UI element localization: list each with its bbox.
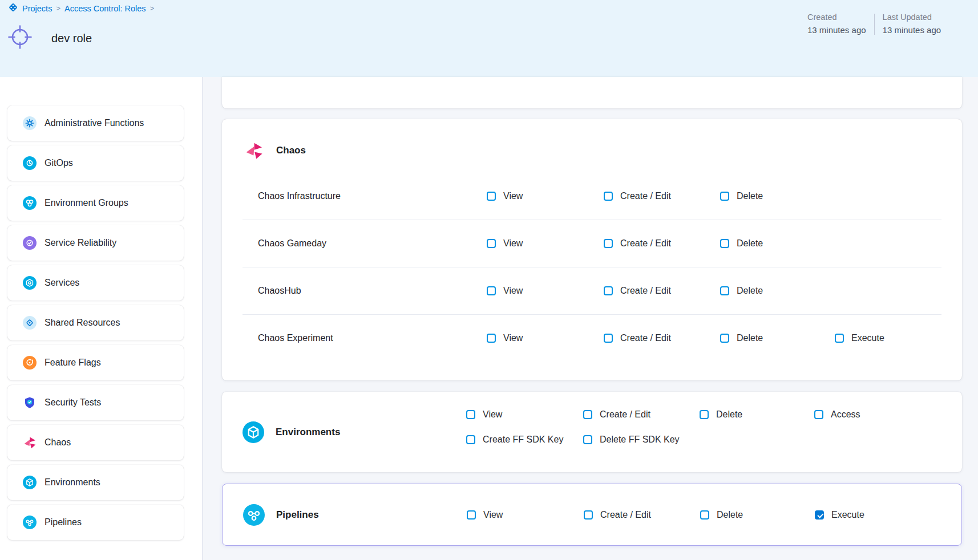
permission-checkbox-checked[interactable] — [815, 510, 824, 520]
sidebar-item-label: Feature Flags — [45, 358, 101, 368]
permission-row-chaos-experiment: Chaos ExperimentViewCreate / EditDeleteE… — [243, 314, 941, 362]
permission-view[interactable]: View — [487, 286, 604, 296]
permission-label: Access — [831, 409, 860, 420]
permission-checkbox[interactable] — [720, 239, 729, 248]
permission-delete[interactable]: Delete — [720, 333, 835, 343]
permission-checkbox[interactable] — [604, 286, 613, 295]
permission-view[interactable]: View — [487, 238, 604, 249]
permission-checkbox[interactable] — [487, 334, 496, 343]
permission-create-edit[interactable]: Create / Edit — [604, 333, 720, 343]
permission-label: Create / Edit — [620, 333, 671, 343]
permission-checkbox[interactable] — [487, 239, 496, 248]
permission-view[interactable]: View — [466, 409, 583, 420]
permission-delete[interactable]: Delete — [720, 191, 835, 201]
permission-delete[interactable]: Delete — [720, 238, 835, 249]
permission-checkbox[interactable] — [487, 286, 496, 295]
breadcrumb-projects[interactable]: Projects — [22, 4, 52, 13]
card-environments: EnvironmentsViewCreate / EditDeleteAcces… — [222, 392, 962, 472]
sidebar-item-shared-resources[interactable]: Shared Resources — [7, 305, 184, 340]
projects-icon — [8, 2, 18, 14]
permission-label: View — [503, 333, 523, 343]
sidebar-item-chaos[interactable]: Chaos — [7, 425, 184, 460]
pipelines-icon — [243, 504, 265, 526]
last-updated-label: Last Updated — [883, 13, 941, 22]
permission-delete-ff-sdk-key[interactable]: Delete FF SDK Key — [583, 435, 700, 445]
permission-create-ff-sdk-key[interactable]: Create FF SDK Key — [466, 435, 583, 445]
sidebar-item-label: Security Tests — [45, 397, 101, 408]
sidebar-item-label: Shared Resources — [45, 318, 120, 328]
created-label: Created — [807, 13, 866, 22]
permission-checkbox[interactable] — [583, 435, 592, 444]
sidebar-item-administrative-functions[interactable]: Administrative Functions — [7, 105, 184, 141]
sidebar-item-services[interactable]: Services — [7, 265, 184, 301]
permission-checkbox[interactable] — [604, 239, 613, 248]
shared-resources-icon — [23, 316, 37, 330]
permission-view[interactable]: View — [487, 333, 604, 343]
permission-access[interactable]: Access — [814, 409, 860, 420]
sidebar-item-label: Services — [45, 278, 79, 288]
sidebar-item-environments[interactable]: Environments — [7, 465, 184, 500]
permission-checkbox[interactable] — [814, 410, 823, 419]
permission-view[interactable]: View — [487, 191, 604, 201]
sidebar-item-pipelines[interactable]: Pipelines — [7, 505, 184, 540]
breadcrumb-access-control-roles[interactable]: Access Control: Roles — [64, 4, 146, 13]
admin-functions-icon — [23, 116, 37, 130]
permission-checkbox[interactable] — [466, 410, 475, 419]
permission-label: Create / Edit — [600, 409, 650, 420]
sidebar-item-label: Environments — [45, 477, 100, 488]
permission-delete[interactable]: Delete — [720, 286, 835, 296]
scrolled-card-partial — [222, 77, 962, 108]
permission-execute[interactable]: Execute — [835, 333, 884, 343]
permission-checkbox[interactable] — [604, 334, 613, 343]
card-title: Pipelines — [276, 509, 319, 521]
permission-label: Execute — [851, 333, 884, 343]
resource-label: ChaosHub — [243, 286, 487, 296]
permission-checkbox[interactable] — [720, 192, 729, 201]
resource-label: Chaos Infrastructure — [243, 191, 487, 201]
permission-checkbox[interactable] — [467, 510, 476, 520]
permission-label: Delete — [737, 333, 763, 343]
last-updated-meta: Last Updated 13 minutes ago — [883, 13, 941, 35]
meta-divider — [874, 14, 875, 35]
permission-row-chaoshub: ChaosHubViewCreate / EditDelete — [243, 267, 941, 314]
permission-create-edit[interactable]: Create / Edit — [604, 191, 720, 201]
sidebar-item-gitops[interactable]: GitOps — [7, 145, 184, 181]
permission-checkbox[interactable] — [700, 410, 709, 419]
resource-label: Chaos Gameday — [243, 238, 487, 249]
sidebar-item-service-reliability[interactable]: Service Reliability — [7, 225, 184, 261]
card-header-pipelines: Pipelines — [223, 484, 467, 545]
service-reliability-icon — [23, 236, 37, 250]
sidebar-list: Administrative FunctionsGitOpsEnvironmen… — [0, 77, 202, 540]
permission-checkbox[interactable] — [835, 334, 844, 343]
card-title: Chaos — [276, 145, 306, 156]
permission-checkbox[interactable] — [720, 334, 729, 343]
permission-checkbox[interactable] — [466, 435, 475, 444]
permission-checkbox[interactable] — [584, 510, 593, 520]
permissions-panel: ChaosChaos InfrastructureViewCreate / Ed… — [203, 77, 978, 560]
sidebar-item-label: Administrative Functions — [45, 118, 144, 128]
permission-create-edit[interactable]: Create / Edit — [604, 286, 720, 296]
permission-checkbox[interactable] — [583, 410, 592, 419]
permission-checkbox[interactable] — [487, 192, 496, 201]
permission-checkbox[interactable] — [604, 192, 613, 201]
permission-label: View — [483, 409, 502, 420]
permission-create-edit[interactable]: Create / Edit — [604, 238, 720, 249]
permission-checkbox[interactable] — [700, 510, 709, 520]
sidebar-item-feature-flags[interactable]: Feature Flags — [7, 345, 184, 380]
permission-create-edit[interactable]: Create / Edit — [584, 510, 700, 520]
chaos-icon — [244, 141, 264, 160]
permission-view[interactable]: View — [467, 510, 584, 520]
permission-delete[interactable]: Delete — [700, 409, 814, 420]
page-title: dev role — [51, 32, 92, 45]
permission-delete[interactable]: Delete — [700, 510, 815, 520]
sidebar-item-security-tests[interactable]: Security Tests — [7, 385, 184, 420]
permission-checkbox[interactable] — [720, 286, 729, 295]
permission-execute[interactable]: Execute — [815, 510, 864, 520]
permission-create-edit[interactable]: Create / Edit — [583, 409, 700, 420]
card-title: Environments — [276, 427, 340, 438]
sidebar-item-label: GitOps — [45, 158, 73, 168]
resource-label: Chaos Experiment — [243, 333, 487, 343]
sidebar-item-environment-groups[interactable]: Environment Groups — [7, 185, 184, 221]
breadcrumb: Projects > Access Control: Roles > — [8, 2, 154, 14]
permission-label: Create / Edit — [620, 286, 671, 296]
